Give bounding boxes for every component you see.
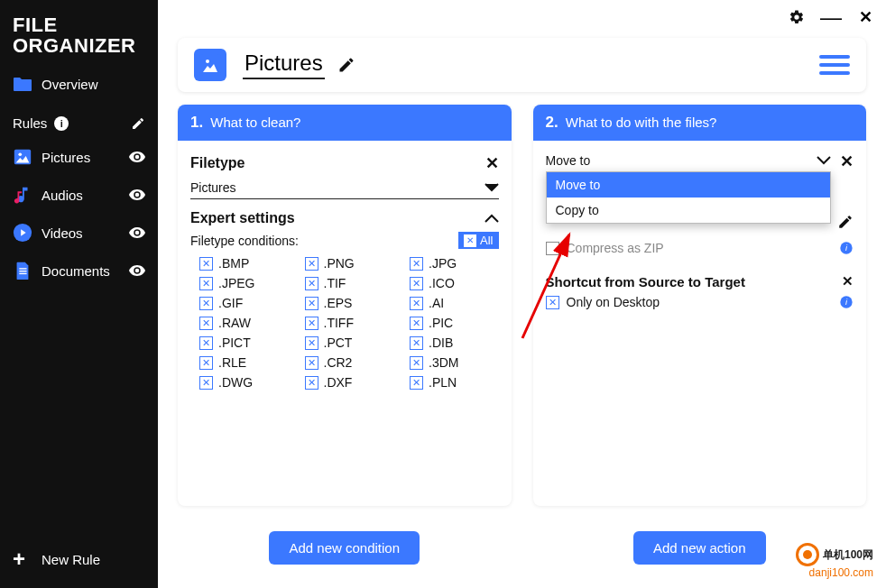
sidebar-overview[interactable]: Overview: [0, 65, 158, 103]
edit-action-icon[interactable]: [837, 214, 854, 230]
filetype-item[interactable]: ✕.BMP: [199, 256, 289, 271]
sidebar-item-pictures[interactable]: Pictures: [0, 138, 158, 176]
checkbox-icon: ✕: [410, 297, 423, 310]
play-icon: [13, 223, 32, 243]
svg-rect-6: [199, 54, 221, 76]
filetype-ext: .RLE: [218, 355, 246, 370]
filetype-item[interactable]: ✕.3DM: [410, 355, 499, 370]
filetype-item[interactable]: ✕.GIF: [199, 296, 289, 310]
checkbox-icon: ✕: [410, 376, 423, 390]
checkbox-icon: ✕: [199, 376, 213, 390]
filetype-ext: .CR2: [324, 355, 353, 370]
action-select[interactable]: Move to Move to Copy to: [546, 150, 832, 172]
dropdown-item-move[interactable]: Move to: [547, 172, 831, 198]
filetype-item[interactable]: ✕.PIC: [410, 316, 499, 330]
checkbox-icon: ✕: [305, 297, 318, 310]
edit-title-icon[interactable]: [337, 56, 355, 74]
rules-label: Rules: [13, 115, 47, 131]
filetype-item[interactable]: ✕.TIF: [305, 276, 394, 290]
conditions-label: Filetype conditions:: [190, 234, 299, 248]
expert-settings-toggle[interactable]: Expert settings: [190, 210, 499, 226]
info-icon[interactable]: i: [54, 116, 69, 131]
eye-icon[interactable]: [129, 152, 145, 162]
filetype-value: Pictures: [190, 180, 236, 195]
filetype-ext: .3DM: [429, 355, 458, 370]
filetype-item[interactable]: ✕.RAW: [199, 316, 289, 330]
filetype-item[interactable]: ✕.JPEG: [199, 276, 289, 290]
checkbox-icon: ✕: [305, 317, 318, 330]
menu-icon[interactable]: [819, 51, 850, 78]
checkbox-icon: ✕: [199, 277, 213, 290]
filetype-ext: .TIF: [324, 276, 346, 290]
filetype-item[interactable]: ✕.JPG: [410, 256, 499, 271]
filetype-item[interactable]: ✕.DIB: [410, 335, 499, 350]
checkbox-icon: ✕: [305, 277, 318, 290]
page-title[interactable]: Pictures: [243, 51, 325, 79]
filetype-item[interactable]: ✕.PCT: [305, 335, 394, 350]
filetype-ext: .AI: [429, 296, 444, 310]
filetype-item[interactable]: ✕.PICT: [199, 335, 289, 350]
compress-checkbox[interactable]: [546, 242, 559, 255]
app-title-line1: FILE: [13, 14, 145, 35]
checkbox-icon: ✕: [199, 317, 213, 330]
watermark-logo-icon: [796, 543, 819, 566]
filetype-ext: .GIF: [218, 296, 243, 310]
sidebar-item-audios[interactable]: Audios: [0, 176, 158, 214]
edit-rules-icon[interactable]: [131, 116, 145, 131]
sidebar-item-videos[interactable]: Videos: [0, 214, 158, 252]
filetype-item[interactable]: ✕.RLE: [199, 355, 289, 370]
eye-icon[interactable]: [129, 227, 145, 238]
filetype-item[interactable]: ✕.DXF: [305, 375, 394, 390]
eye-icon[interactable]: [129, 265, 145, 276]
eye-icon[interactable]: [129, 189, 145, 200]
remove-action-icon[interactable]: ✕: [840, 152, 854, 171]
dropdown-item-copy[interactable]: Copy to: [547, 198, 831, 223]
checkbox-icon: ✕: [410, 277, 423, 290]
add-action-button[interactable]: Add new action: [633, 531, 766, 565]
filetype-item[interactable]: ✕.ICO: [410, 276, 499, 290]
remove-filetype-icon[interactable]: ✕: [485, 153, 499, 173]
filetype-grid: ✕.BMP✕.PNG✕.JPG✕.JPEG✕.TIF✕.ICO✕.GIF✕.EP…: [190, 256, 499, 390]
picture-icon: [13, 147, 32, 167]
svg-point-1: [18, 153, 22, 157]
filetype-item[interactable]: ✕.PNG: [305, 256, 394, 271]
filetype-ext: .JPG: [429, 256, 457, 271]
only-desktop-checkbox[interactable]: ✕: [546, 296, 559, 309]
filetype-ext: .PCT: [324, 335, 353, 350]
panel1-title: What to clean?: [210, 115, 300, 130]
sidebar-item-label: Videos: [42, 225, 83, 241]
new-rule-button[interactable]: + New Rule: [0, 530, 158, 588]
document-icon: [13, 261, 32, 280]
remove-shortcut-icon[interactable]: ✕: [842, 273, 854, 289]
filetype-ext: .TIFF: [324, 316, 354, 330]
filetype-item[interactable]: ✕.PLN: [410, 375, 499, 390]
filetype-ext: .ICO: [429, 276, 455, 290]
add-condition-button[interactable]: Add new condition: [269, 531, 420, 565]
chevron-down-icon: [485, 183, 499, 192]
filetype-ext: .JPEG: [218, 276, 254, 290]
panel2-number: 2.: [546, 114, 558, 131]
filetype-item[interactable]: ✕.AI: [410, 296, 499, 310]
plus-icon: +: [13, 547, 25, 572]
chevron-up-icon: [485, 214, 499, 223]
info-icon[interactable]: i: [839, 241, 854, 255]
checkbox-icon: ✕: [410, 317, 423, 330]
filetype-ext: .EPS: [324, 296, 353, 310]
filetype-item[interactable]: ✕.EPS: [305, 296, 394, 310]
only-desktop-label: Only on Desktop: [567, 295, 660, 309]
rules-header: Rules i: [0, 103, 158, 138]
info-icon[interactable]: i: [839, 295, 854, 309]
checkbox-icon: ✕: [199, 336, 213, 350]
sidebar-item-documents[interactable]: Documents: [0, 252, 158, 289]
filetype-item[interactable]: ✕.DWG: [199, 375, 289, 390]
all-label: All: [480, 234, 493, 247]
filetype-select[interactable]: Pictures: [190, 177, 499, 199]
filetype-item[interactable]: ✕.CR2: [305, 355, 394, 370]
expert-label: Expert settings: [190, 210, 295, 226]
filetype-item[interactable]: ✕.TIFF: [305, 316, 394, 330]
page-title-row: Pictures: [178, 38, 866, 92]
checkbox-icon: ✕: [199, 297, 213, 310]
overview-label: Overview: [42, 77, 98, 92]
checkbox-icon: ✕: [305, 257, 318, 271]
select-all-chip[interactable]: ✕ All: [458, 232, 498, 249]
